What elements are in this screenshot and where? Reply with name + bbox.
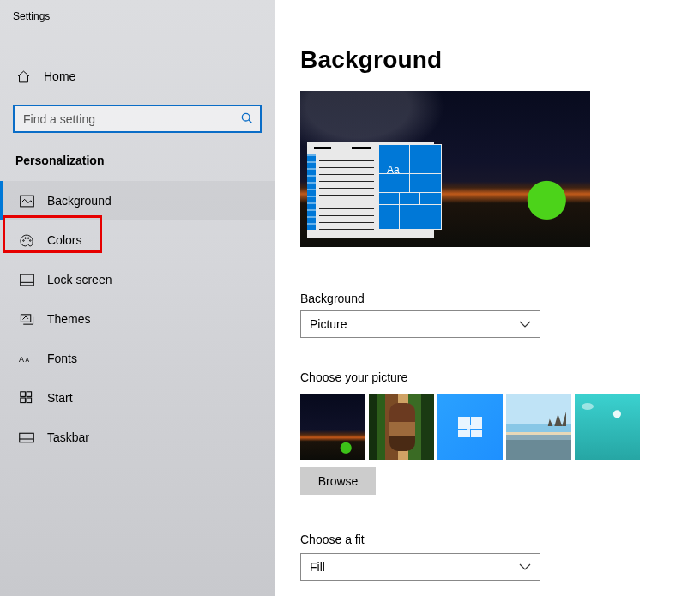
nav-label: Taskbar [47, 430, 89, 444]
picture-thumbnails [300, 394, 700, 460]
nav-item-themes[interactable]: Themes [0, 299, 275, 339]
choose-picture-label: Choose your picture [300, 370, 700, 384]
background-select[interactable]: Picture [300, 310, 540, 338]
picture-thumb[interactable] [369, 394, 434, 460]
svg-point-3 [25, 237, 27, 238]
svg-point-5 [29, 239, 31, 241]
svg-text:A: A [26, 357, 30, 363]
fit-select[interactable]: Fill [300, 553, 540, 581]
nav-item-fonts[interactable]: AA Fonts [0, 339, 275, 378]
browse-button[interactable]: Browse [300, 467, 376, 495]
main-panel: Background Aa Background Picture Choose … [275, 0, 700, 596]
nav-home[interactable]: Home [0, 63, 275, 89]
background-label: Background [300, 292, 700, 305]
picture-thumb[interactable] [575, 394, 640, 460]
svg-rect-6 [20, 274, 33, 286]
search-wrap [13, 105, 262, 133]
start-icon [19, 391, 34, 405]
home-icon [15, 69, 31, 84]
chevron-down-icon [519, 321, 531, 328]
sidebar: Settings Home Personalization Background [0, 0, 275, 596]
search-icon [240, 111, 254, 125]
nav-item-colors[interactable]: Colors [0, 220, 275, 260]
taskbar-icon [19, 432, 34, 443]
preview-line [314, 147, 331, 149]
preview-line [352, 147, 371, 149]
preview-text-lines [319, 156, 374, 230]
nav-item-background[interactable]: Background [0, 181, 275, 220]
svg-rect-11 [27, 392, 32, 397]
preview-aa-text: Aa [387, 164, 400, 176]
app-title: Settings [0, 9, 275, 22]
picture-icon [19, 195, 34, 208]
preview-blue-strip [307, 154, 316, 230]
svg-text:A: A [19, 355, 24, 364]
palette-icon [19, 233, 34, 248]
nav-label: Colors [47, 233, 81, 247]
page-title: Background [300, 46, 700, 74]
svg-rect-13 [27, 398, 32, 403]
category-title: Personalization [0, 133, 275, 174]
choose-fit-label: Choose a fit [300, 533, 700, 546]
svg-point-0 [242, 113, 250, 121]
svg-rect-14 [20, 433, 34, 442]
chevron-down-icon [519, 563, 531, 570]
svg-rect-7 [21, 314, 30, 322]
fonts-icon: AA [19, 352, 34, 365]
nav-home-label: Home [44, 69, 75, 83]
preview-tiles [378, 144, 442, 230]
nav-list: Background Colors Lock screen [0, 181, 275, 457]
svg-rect-10 [21, 392, 26, 397]
nav-item-lockscreen[interactable]: Lock screen [0, 260, 275, 299]
svg-point-4 [27, 237, 29, 238]
svg-point-2 [23, 239, 25, 241]
search-input[interactable] [13, 105, 262, 133]
nav-label: Start [47, 391, 73, 405]
preview-window: Aa [307, 142, 434, 238]
nav-label: Background [47, 194, 112, 208]
background-preview: Aa [300, 91, 590, 247]
nav-label: Fonts [47, 352, 77, 365]
svg-rect-12 [21, 398, 26, 403]
picture-thumb[interactable] [438, 394, 503, 460]
nav-item-start[interactable]: Start [0, 378, 275, 418]
nav-item-taskbar[interactable]: Taskbar [0, 418, 275, 457]
fit-select-value: Fill [310, 560, 325, 574]
picture-thumb[interactable] [300, 394, 365, 460]
picture-thumb[interactable] [506, 394, 571, 460]
background-select-value: Picture [310, 317, 347, 331]
nav-label: Themes [47, 312, 91, 326]
nav-label: Lock screen [47, 273, 112, 286]
lockscreen-icon [19, 274, 34, 286]
themes-icon [19, 312, 34, 327]
